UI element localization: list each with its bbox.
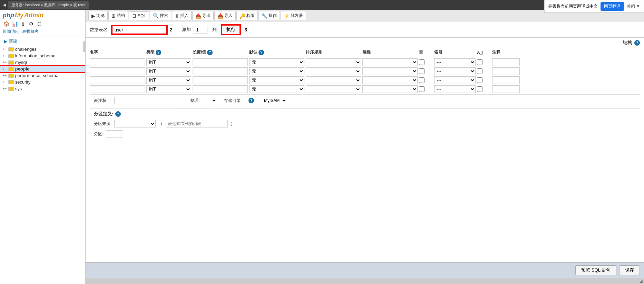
home-icon[interactable]: 🏠 bbox=[3, 20, 10, 27]
col-type-select-1[interactable]: INTVARCHARTEXTDATE bbox=[146, 67, 191, 75]
favorites-link[interactable]: 表收藏夹 bbox=[22, 29, 39, 35]
col-index-select-0[interactable]: ---PRIMARYUNIQUEINDEX bbox=[434, 58, 476, 66]
info-icon[interactable]: ℹ bbox=[19, 20, 26, 27]
col-index-select-1[interactable]: ---PRIMARYUNIQUEINDEX bbox=[434, 67, 476, 75]
col-attributes-select-1[interactable] bbox=[362, 67, 418, 75]
db-item-challenges[interactable]: +− challenges bbox=[0, 46, 85, 53]
type-help-icon[interactable]: ? bbox=[156, 50, 161, 55]
table-row: INTVARCHARTEXTDATE 无NULLCURRENT_TIMESTAM… bbox=[90, 58, 640, 66]
col-collation-select-2[interactable] bbox=[306, 76, 361, 84]
col-header-type: 类型 ? bbox=[146, 49, 191, 55]
sidebar-collapse-handle[interactable] bbox=[83, 41, 86, 52]
col-collation-select-3[interactable] bbox=[306, 85, 361, 93]
col-type-select-2[interactable]: INTVARCHARTEXTDATE bbox=[146, 76, 191, 84]
col-collation-select-1[interactable] bbox=[306, 67, 361, 75]
recent-link[interactable]: 近期访问 bbox=[3, 29, 19, 35]
col-attributes-select-0[interactable] bbox=[362, 58, 418, 66]
db-label-info: information_schema bbox=[15, 53, 56, 58]
resize-handle[interactable]: ◢ bbox=[640, 279, 643, 283]
col-null-checkbox-0[interactable] bbox=[419, 59, 425, 65]
partition-help-icon[interactable]: ? bbox=[115, 111, 121, 117]
col-length-input-1[interactable] bbox=[193, 67, 248, 75]
col-ai-checkbox-2[interactable] bbox=[477, 77, 482, 83]
col-collation-select-0[interactable] bbox=[306, 58, 361, 66]
col-name-input-2[interactable] bbox=[90, 76, 145, 84]
partition-num-label: 分区: bbox=[94, 131, 103, 137]
db-item-security[interactable]: +− security bbox=[0, 79, 85, 85]
export-button[interactable]: 📤 导出 bbox=[192, 11, 214, 20]
privileges-button[interactable]: 🔑 权限 bbox=[236, 11, 258, 20]
col-attributes-select-2[interactable] bbox=[362, 76, 418, 84]
storage-engine-select[interactable]: MyISAM bbox=[261, 97, 287, 104]
translate-button[interactable]: 网页翻译 bbox=[601, 2, 624, 11]
col-null-checkbox-3[interactable] bbox=[419, 86, 425, 92]
col-length-input-3[interactable] bbox=[193, 85, 248, 93]
database-list: +− challenges +− information_schema +− m… bbox=[0, 46, 85, 92]
db-item-mysql[interactable]: +− mysql bbox=[0, 59, 85, 66]
col-length-input-0[interactable] bbox=[193, 58, 248, 66]
col-type-select-3[interactable]: INTVARCHARTEXTDATE bbox=[146, 85, 191, 93]
length-help-icon[interactable]: ? bbox=[207, 50, 213, 55]
default-help-icon[interactable]: ? bbox=[258, 50, 264, 55]
col-index-select-2[interactable]: ---PRIMARYUNIQUEINDEX bbox=[434, 76, 476, 84]
sidebar-new-button[interactable]: ▶ 新建 bbox=[0, 37, 85, 46]
browse-button[interactable]: ▶ 浏览 bbox=[88, 11, 108, 20]
col-null-checkbox-2[interactable] bbox=[419, 77, 425, 83]
insert-button[interactable]: ⬆ 插入 bbox=[172, 11, 192, 20]
plugin-icon[interactable]: ⬡ bbox=[36, 20, 43, 27]
db-item-performance-schema[interactable]: +− performance_schema bbox=[0, 72, 85, 79]
col-ai-checkbox-0[interactable] bbox=[477, 59, 482, 65]
chart-icon[interactable]: 📊 bbox=[11, 20, 18, 27]
gear-icon[interactable]: ⚙ bbox=[28, 20, 35, 27]
col-default-select-2[interactable]: 无NULLCURRENT_TIMESTAMP bbox=[249, 76, 304, 84]
col-null-checkbox-1[interactable] bbox=[419, 68, 425, 74]
structure-button[interactable]: ⊞ 结构 bbox=[108, 11, 128, 20]
triggers-button[interactable]: ⚡ 触发器 bbox=[281, 11, 306, 20]
partition-source-select[interactable] bbox=[114, 120, 156, 127]
db-label-challenges: challenges bbox=[15, 47, 37, 52]
col-comment-input-0[interactable] bbox=[492, 58, 520, 66]
save-button[interactable]: 保存 bbox=[619, 265, 640, 275]
db-item-people[interactable]: +− people bbox=[0, 66, 85, 72]
col-default-select-0[interactable]: 无NULLCURRENT_TIMESTAMP bbox=[249, 58, 304, 66]
col-default-select-1[interactable]: 无NULLCURRENT_TIMESTAMP bbox=[249, 67, 304, 75]
main-content: ▶ 浏览 ⊞ 结构 🗒 SQL 🔍 搜索 ⬆ 插入 📤 导出 bbox=[86, 10, 644, 284]
col-comment-input-3[interactable] bbox=[492, 85, 520, 93]
col-name-input-1[interactable] bbox=[90, 67, 145, 75]
partition-num-input[interactable] bbox=[106, 130, 123, 138]
execute-button[interactable]: 执行 bbox=[222, 25, 240, 35]
search-button[interactable]: 🔍 搜索 bbox=[150, 11, 171, 20]
col-comment-input-1[interactable] bbox=[492, 67, 520, 75]
storage-help-icon[interactable]: ? bbox=[248, 98, 254, 103]
col-name-input-3[interactable] bbox=[90, 85, 145, 93]
collation-select[interactable] bbox=[207, 97, 217, 104]
db-item-sys[interactable]: +− sys bbox=[0, 85, 85, 92]
col-length-input-2[interactable] bbox=[193, 76, 248, 84]
translation-close-button[interactable]: 关闭 ▼ bbox=[627, 3, 640, 9]
back-icon[interactable]: ◀ bbox=[3, 2, 6, 7]
col-comment-input-2[interactable] bbox=[492, 76, 520, 84]
col-name-input-0[interactable] bbox=[90, 58, 145, 66]
sql-button[interactable]: 🗒 SQL bbox=[129, 11, 149, 20]
col-attributes-select-3[interactable] bbox=[362, 85, 418, 93]
translation-text: 是否将当前网页翻译成中文 bbox=[548, 3, 598, 9]
col-index-select-3[interactable]: ---PRIMARYUNIQUEINDEX bbox=[434, 85, 476, 93]
import-button[interactable]: 📥 导入 bbox=[214, 11, 236, 20]
col-header-attributes: 属性 bbox=[362, 49, 418, 55]
add-count-input[interactable] bbox=[194, 26, 207, 34]
partition-num-row: 分区: bbox=[94, 130, 636, 138]
privileges-icon: 🔑 bbox=[240, 13, 245, 19]
structure-help-icon[interactable]: ? bbox=[634, 40, 640, 46]
col-type-select-0[interactable]: INTVARCHARTEXTDATE bbox=[146, 58, 191, 66]
col-ai-checkbox-1[interactable] bbox=[477, 68, 482, 74]
operations-button[interactable]: 🔧 操作 bbox=[258, 11, 280, 20]
db-label-perf: performance_schema bbox=[15, 73, 59, 78]
preview-sql-button[interactable]: 预览 SQL 语句 bbox=[575, 265, 616, 275]
table-comment-input[interactable] bbox=[114, 97, 183, 104]
table-name-input[interactable] bbox=[112, 26, 167, 34]
db-item-information-schema[interactable]: +− information_schema bbox=[0, 53, 85, 59]
partition-expr-input[interactable] bbox=[166, 120, 228, 127]
browser-tab[interactable]: 服务器: localhost » 数据库: people » 表 user bbox=[8, 1, 89, 9]
col-ai-checkbox-3[interactable] bbox=[477, 86, 482, 92]
col-default-select-3[interactable]: 无NULLCURRENT_TIMESTAMP bbox=[249, 85, 304, 93]
